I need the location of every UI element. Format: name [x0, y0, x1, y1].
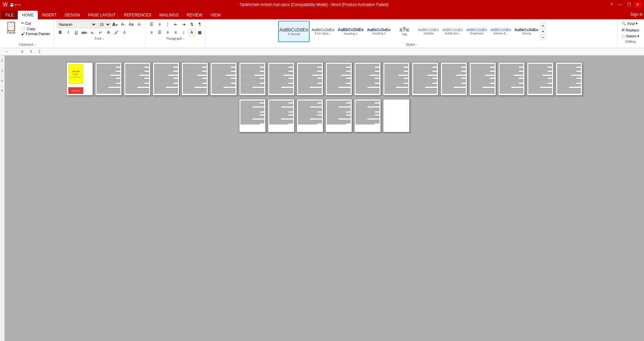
clipboard-group: 📋 Paste ✂ Cut 📄 Copy 🖌 Format Painter — [1, 20, 54, 47]
page-thumb-16[interactable] — [498, 62, 525, 96]
tab-view[interactable]: VIEW — [207, 11, 225, 19]
styles-expand[interactable]: ▾ — [540, 35, 546, 40]
style-item-normal[interactable]: AaBbCcDdEe¶ Normal — [278, 21, 310, 42]
page-thumb-4[interactable] — [153, 62, 179, 96]
decrease-indent-button[interactable]: ⇤ — [172, 21, 179, 28]
tab-design[interactable]: DESIGN — [61, 11, 84, 19]
page-thumb-18[interactable] — [556, 62, 582, 96]
page-thumb-8[interactable] — [268, 62, 295, 96]
document-canvas[interactable]: تحقیق آنلاین مرجع دانلود... فایل با کمتر… — [5, 55, 644, 341]
style-item-title[interactable]: aЋεTitle — [393, 21, 416, 42]
tab-file[interactable]: FILE — [1, 11, 18, 19]
multilevel-list-button[interactable]: ⋮ — [164, 21, 171, 28]
page-thumb-9[interactable] — [297, 62, 323, 96]
style-item-strong[interactable]: AaBbCcDdEeStrong — [513, 21, 540, 42]
page-thumb-row2-1[interactable] — [239, 99, 266, 132]
page-thumb-3[interactable] — [124, 62, 151, 96]
page-thumb-13[interactable] — [412, 62, 438, 96]
font-color-button[interactable]: A — [105, 29, 112, 36]
numbering-button[interactable]: ≡ — [156, 21, 163, 28]
tab-references[interactable]: REFERENCES — [120, 11, 155, 19]
page-thumb-row2-4[interactable] — [325, 99, 352, 132]
borders-button[interactable]: ▦ — [196, 29, 204, 36]
style-item-subtitle[interactable]: AaBbCcDdEeSubtitle — [417, 21, 440, 42]
clipboard-expand-icon[interactable]: ⌄ — [34, 43, 36, 46]
quick-save-btn[interactable]: 💾 — [10, 3, 14, 7]
grow-font-button[interactable]: A+ — [111, 21, 119, 28]
redo-btn[interactable]: ↪ — [18, 3, 20, 7]
undo-btn[interactable]: ↩ — [14, 3, 17, 7]
style-item-no-spacing[interactable]: AaBbCcDdEe¶ No Spac... — [310, 21, 336, 42]
page-thumb-12[interactable] — [383, 62, 410, 96]
highlight-color-button[interactable]: 🖊 — [113, 29, 120, 36]
font-family-select[interactable]: Nazanin — [57, 21, 97, 28]
paste-button[interactable]: 📋 Paste — [3, 21, 19, 35]
page-thumb-row2-3[interactable] — [297, 99, 323, 132]
restore-button[interactable]: ❐ — [625, 2, 633, 8]
select-button[interactable]: ⬚ Select ▾ — [620, 33, 641, 39]
page-thumb-10[interactable] — [325, 62, 352, 96]
clear-formatting-button[interactable]: A — [136, 21, 143, 28]
style-item-intense-em[interactable]: AbBbCcDdEeIntense E... — [489, 21, 512, 42]
shading-button[interactable]: A — [188, 29, 195, 36]
line-spacing-button[interactable]: ↕ — [180, 29, 187, 36]
cover-yellow-box: تحقیق آنلاین مرجع دانلود... فایل با کمتر… — [68, 64, 83, 84]
styles-scroll-down[interactable]: ▼ — [540, 29, 546, 34]
page-thumb-5[interactable] — [181, 62, 208, 96]
page-thumb-1[interactable]: تحقیق آنلاین مرجع دانلود... فایل با کمتر… — [66, 62, 93, 96]
pages-row-1: تحقیق آنلاین مرجع دانلود... فایل با کمتر… — [66, 62, 582, 96]
styles-scroll-up[interactable]: ▲ — [540, 23, 546, 28]
format-painter-button[interactable]: 🖌 Format Painter — [20, 31, 52, 36]
close-button[interactable]: ✕ — [634, 2, 641, 8]
page-thumb-blank[interactable] — [383, 99, 410, 132]
align-center-button[interactable]: ☰ — [156, 29, 163, 36]
paste-label: Paste — [7, 31, 16, 34]
strikethrough-button[interactable]: abc — [81, 29, 88, 36]
tab-insert[interactable]: INSERT — [38, 11, 61, 19]
page-thumb-14[interactable] — [440, 62, 467, 96]
page-thumb-15[interactable] — [469, 62, 496, 96]
copy-button[interactable]: 📄 Copy — [20, 26, 52, 31]
tab-home[interactable]: HOME — [18, 11, 38, 19]
align-right-button[interactable]: ≡ — [164, 29, 171, 36]
tab-page-layout[interactable]: PAGE LAYOUT — [84, 11, 120, 19]
help-button[interactable]: ? — [608, 2, 615, 8]
page-thumb-2[interactable] — [95, 62, 122, 96]
page-thumb-11[interactable] — [354, 62, 381, 96]
underline-button[interactable]: U — [73, 29, 80, 36]
page-thumb-row2-2[interactable] — [268, 99, 295, 132]
font-expand-icon[interactable]: ⌄ — [102, 37, 104, 40]
show-formatting-button[interactable]: ¶ — [196, 21, 204, 28]
tab-review[interactable]: REVIEW — [182, 11, 206, 19]
styles-expand-icon[interactable]: ⌄ — [416, 43, 418, 46]
text-color-button[interactable]: A — [121, 29, 128, 36]
increase-indent-button[interactable]: ⇥ — [180, 21, 187, 28]
bullets-button[interactable]: ☰ — [148, 21, 155, 28]
cut-button[interactable]: ✂ Cut — [20, 21, 52, 26]
style-item-emphasis[interactable]: AbBbCcDdEeEmphasis — [465, 21, 488, 42]
sort-button[interactable]: ⇅ — [188, 21, 195, 28]
style-item-heading1[interactable]: AaBbCcDdEeHeading 1 — [336, 21, 365, 42]
paragraph-expand-icon[interactable]: ⌄ — [183, 37, 185, 40]
change-case-button[interactable]: Aa — [128, 21, 135, 28]
bold-button[interactable]: B — [57, 29, 64, 36]
signin-button[interactable]: Sign in — [630, 12, 643, 17]
left-ruler: 2 4 6 8 — [0, 55, 5, 341]
shrink-font-button[interactable]: A- — [119, 21, 127, 28]
style-item-subtle-em[interactable]: AbBbCcDdEeSubtle Em... — [441, 21, 464, 42]
tab-mailings[interactable]: MAILINGS — [155, 11, 182, 19]
align-left-button[interactable]: ≡ — [148, 29, 155, 36]
font-size-select[interactable]: 15 — [97, 21, 111, 28]
justify-button[interactable]: ≡ — [172, 29, 179, 36]
minimize-button[interactable]: — — [617, 2, 624, 8]
replace-button[interactable]: ⇄ Replace — [620, 27, 641, 33]
style-item-heading2[interactable]: AaBbCcDdEeHeading 2 — [366, 21, 392, 42]
italic-button[interactable]: I — [65, 29, 72, 36]
page-thumb-6[interactable] — [210, 62, 237, 96]
superscript-button[interactable]: x² — [97, 29, 104, 36]
page-thumb-17[interactable] — [527, 62, 554, 96]
page-thumb-7[interactable] — [239, 62, 266, 96]
subscript-button[interactable]: x₂ — [89, 29, 96, 36]
find-button[interactable]: 🔍 Find ▾ — [620, 21, 641, 26]
page-thumb-row2-5[interactable] — [354, 99, 381, 132]
